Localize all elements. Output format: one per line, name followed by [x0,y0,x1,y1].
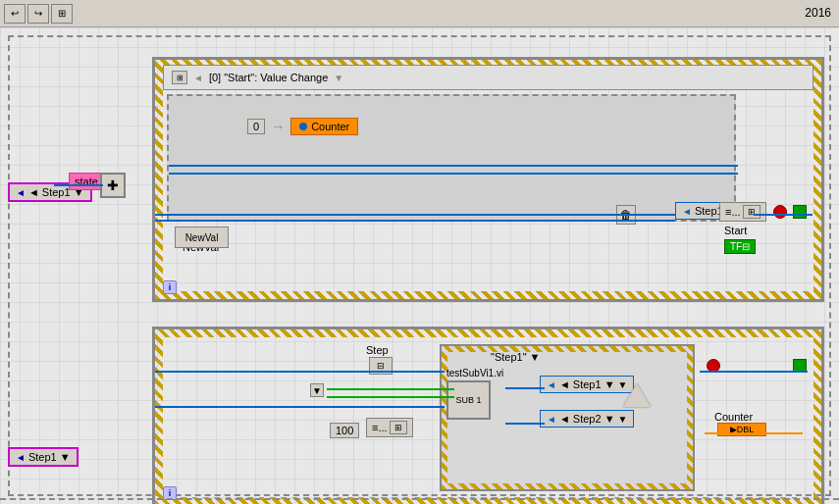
small-array-icon: ⊞ [743,205,760,219]
start-label: Start [724,225,747,236]
top-wire-2 [155,220,675,222]
diagram-area: ⊞ ◄ [0] "Start": Value Change ▼ 0 → Coun… [0,27,839,504]
tfe-box[interactable]: TF⊟ [724,239,756,254]
subvi-wire-1 [505,387,545,389]
event-icon: ⊞ [172,71,187,84]
toolbar: ↩ ↪ ⊞ 2016 [0,0,839,27]
wire-step1-to-struct [54,184,103,186]
subvi-step2-node[interactable]: ◄ ◄ Step2 ▼ ▼ [540,410,634,428]
subvi-step2-arrow: ◄ [547,414,556,425]
scroll-indicator [0,498,839,504]
counter-blue-dot [299,123,307,130]
ellipsis-node-bottom[interactable]: ≡... ⊞ [366,418,413,437]
counter-arrow-icon: → [271,119,285,134]
bottom-wire-2 [155,406,445,408]
counter-label-bottom: Counter [714,411,753,423]
event-dropdown[interactable]: ▼ [334,73,343,83]
subvi-wire-2 [505,423,545,425]
case-wire-secondary [169,173,738,175]
green-wire-1 [327,388,454,390]
event-header-bar: ⊞ ◄ [0] "Start": Value Change ▼ [163,65,813,90]
bottom-wire-1 [155,371,445,373]
value-100: 100 [330,423,359,438]
subvi-name-label: testSubVi1.vi [446,368,503,378]
state-label: state [69,173,104,190]
subvi-step1-arrow: ◄ [547,379,556,390]
top-wire-3 [754,214,813,216]
counter-text: Counter [311,121,349,132]
subvi-step2-text: ◄ Step2 ▼ [559,413,615,425]
subvi-header-text: "Step1" ▼ [491,351,541,363]
green-wire-2 [327,396,454,398]
sub1-icon[interactable]: SUB 1 [446,380,491,420]
step1-arrow: ◄ [682,206,692,217]
back-button[interactable]: ↩ [4,4,26,24]
event-header-text: [0] "Start": Value Change [209,72,328,83]
subvi-box: "Step1" ▼ testSubVi1.vi SUB 1 ◄ ◄ Step1 … [440,344,695,491]
step1-bottom-text: Step1 ▼ [28,451,71,463]
down-arrow-node: ▼ [310,383,324,397]
subvi-step2-dropdown[interactable]: ▼ [618,414,628,425]
step1-left-arrow: ◄ [16,187,26,198]
counter-box[interactable]: Counter [290,118,358,135]
ellipsis-bottom-text: ≡... [372,422,388,433]
case-wire-main [169,165,738,167]
subvi-step1-node[interactable]: ◄ ◄ Step1 ▼ ▼ [540,376,634,393]
orange-wire-bottom [705,432,803,434]
step1-bottom-selector[interactable]: ◄ Step1 ▼ [8,447,79,467]
subvi-header: "Step1" ▼ [491,351,541,363]
ellipsis-text: ≡... [725,206,741,218]
subvi-triangle [623,383,651,407]
counter-node: 0 → Counter [247,118,358,135]
small-array-icon-bottom: ⊞ [390,421,407,434]
bottom-wire-right [700,371,808,373]
frame-top: ⊞ ◄ [0] "Start": Value Change ▼ 0 → Coun… [152,57,824,302]
year-label: 2016 [805,6,831,20]
case-inner-box: 0 → Counter [167,94,736,222]
zero-value: 0 [247,119,265,134]
step1-bottom-arrow: ◄ [16,452,26,463]
step-label: Step [366,344,389,356]
green-terminal-top [793,205,807,219]
stop-button-top[interactable] [773,205,787,219]
event-arrow-left: ◄ [193,73,203,83]
top-wire-1 [155,214,675,216]
forward-button[interactable]: ↪ [27,4,49,24]
struct-node: ✚ [100,173,126,198]
info-icon-top: i [163,280,177,294]
frame-bottom: Step ⊟ ▼ 100 ≡... ⊞ "Step1" ▼ testSubVi1… [152,327,824,504]
grid-button[interactable]: ⊞ [51,4,73,24]
ellipsis-node-top[interactable]: ≡... ⊞ [719,202,766,222]
newval-box: NewVal [175,227,229,248]
subvi-step1-text: ◄ Step1 ▼ [559,378,615,390]
